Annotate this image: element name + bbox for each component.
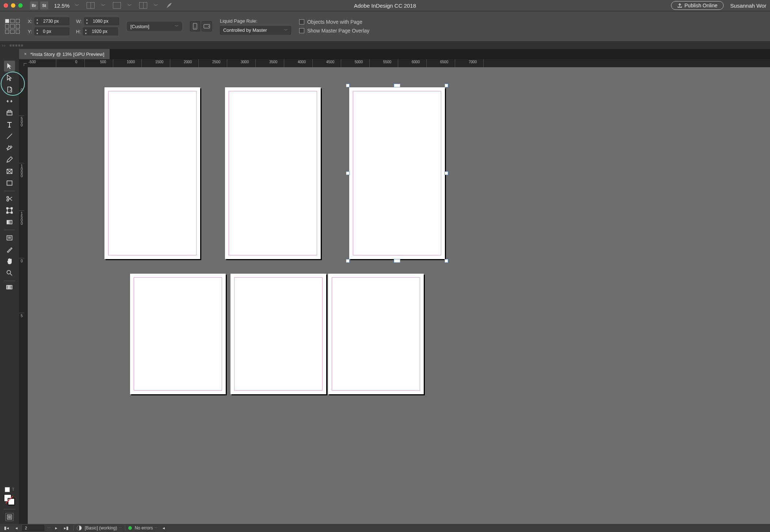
- ruler-tick: 4000: [284, 59, 313, 67]
- y-input[interactable]: [40, 27, 69, 35]
- preflight-status-icon[interactable]: [77, 525, 82, 531]
- zoom-tool[interactable]: [4, 267, 15, 278]
- rectangle-tool[interactable]: [4, 178, 15, 189]
- resize-handle-bl[interactable]: [346, 259, 350, 263]
- zoom-level[interactable]: 12.5%: [54, 3, 70, 9]
- preflight-profile-dropdown[interactable]: [Basic] (working) ﹀: [85, 525, 122, 531]
- publish-online-button[interactable]: Publish Online: [671, 1, 724, 10]
- orientation-portrait-button[interactable]: [190, 21, 200, 31]
- close-icon[interactable]: [4, 3, 8, 8]
- view-mode-button[interactable]: [5, 513, 14, 521]
- ruler-tick: 4500: [313, 59, 341, 67]
- zoom-dropdown-chevron-icon[interactable]: ﹀: [75, 3, 79, 9]
- w-stepper[interactable]: ▴▾: [84, 17, 119, 25]
- document-tab-bar: × *Insta Story @ 13% [GPU Preview]: [19, 49, 770, 59]
- page-number-input[interactable]: [22, 525, 44, 531]
- close-tab-icon[interactable]: ×: [24, 52, 27, 57]
- chevron-down-icon[interactable]: ﹀: [127, 3, 132, 9]
- chevron-down-icon[interactable]: ﹀: [154, 3, 158, 9]
- vertical-ruler[interactable]: 0 500 1000 1500 0 5: [19, 67, 28, 524]
- selection-tool[interactable]: [4, 61, 15, 72]
- w-input[interactable]: [90, 17, 119, 25]
- view-option-3-icon[interactable]: [139, 2, 147, 9]
- free-transform-tool[interactable]: [4, 205, 15, 216]
- view-option-2-icon[interactable]: [113, 2, 121, 9]
- content-collector-tool[interactable]: [4, 107, 15, 118]
- prev-page-button[interactable]: ◂: [14, 525, 19, 531]
- line-tool[interactable]: [4, 131, 15, 142]
- y-stepper[interactable]: ▴▾: [34, 27, 69, 35]
- first-page-button[interactable]: ▮◂: [2, 525, 11, 531]
- h-stepper[interactable]: ▴▾: [83, 27, 118, 35]
- rectangle-frame-tool[interactable]: [4, 166, 15, 177]
- swap-colors-label[interactable]: T: [12, 487, 15, 492]
- y-label: Y:: [28, 29, 32, 34]
- resize-handle-bc[interactable]: [394, 259, 400, 263]
- color-theme-tool[interactable]: [4, 283, 15, 291]
- note-tool[interactable]: [4, 232, 15, 243]
- resize-handle-tc[interactable]: [394, 84, 400, 87]
- view-option-1-icon[interactable]: [87, 2, 95, 9]
- no-errors-icon: [128, 526, 132, 530]
- canvas[interactable]: [28, 67, 770, 524]
- document-tab[interactable]: × *Insta Story @ 13% [GPU Preview]: [19, 49, 110, 59]
- page-spread-2[interactable]: [225, 87, 321, 259]
- bridge-button[interactable]: Br: [30, 1, 38, 10]
- pen-tool[interactable]: [4, 142, 15, 153]
- page-preset-dropdown[interactable]: [Custom] ﹀: [127, 22, 182, 31]
- chevron-down-icon[interactable]: ﹀: [101, 3, 106, 9]
- resize-handle-mr[interactable]: [445, 171, 448, 175]
- page-spread-5[interactable]: [230, 274, 326, 394]
- user-name[interactable]: Susannah Wor: [730, 3, 766, 9]
- svg-rect-10: [7, 208, 8, 209]
- gap-tool[interactable]: [4, 96, 15, 107]
- minimize-icon[interactable]: [11, 3, 15, 8]
- ruler-origin[interactable]: [19, 59, 28, 67]
- scroll-left-button[interactable]: ◂: [161, 525, 167, 531]
- gradient-swatch-tool[interactable]: [4, 217, 15, 228]
- next-page-button[interactable]: ▸: [53, 525, 59, 531]
- resize-handle-ml[interactable]: [346, 171, 350, 175]
- window-controls[interactable]: [4, 3, 27, 8]
- errors-dropdown[interactable]: No errors ﹀: [135, 525, 158, 531]
- x-input[interactable]: [40, 17, 69, 25]
- hand-tool[interactable]: [4, 256, 15, 267]
- feather-icon[interactable]: [165, 2, 173, 9]
- resize-handle-br[interactable]: [445, 259, 448, 263]
- svg-rect-14: [7, 220, 12, 224]
- x-stepper[interactable]: ▴▾: [34, 17, 69, 25]
- eyedropper-tool[interactable]: [4, 244, 15, 255]
- page-spread-1[interactable]: [104, 87, 200, 259]
- canvas-area[interactable]: -500 0 500 1000 1500 2000 2500 3000 3500…: [19, 59, 770, 524]
- direct-selection-tool[interactable]: [4, 72, 15, 83]
- ruler-tick: 7000: [455, 59, 484, 67]
- show-master-overlay-checkbox[interactable]: Show Master Page Overlay: [299, 28, 369, 34]
- liquid-page-rule-dropdown[interactable]: Controlled by Master ﹀: [220, 26, 291, 35]
- objects-move-checkbox[interactable]: Objects Move with Page: [299, 19, 369, 25]
- type-tool[interactable]: [4, 119, 15, 130]
- page-tool[interactable]: [4, 84, 15, 95]
- reference-point-grid[interactable]: [5, 19, 20, 34]
- page-dropdown-chevron-icon[interactable]: ﹀: [47, 526, 50, 531]
- ruler-tick: 2000: [170, 59, 199, 67]
- horizontal-ruler[interactable]: -500 0 500 1000 1500 2000 2500 3000 3500…: [28, 59, 770, 67]
- default-colors-icon[interactable]: [5, 487, 10, 492]
- scissors-tool[interactable]: [4, 193, 15, 204]
- page-spread-6[interactable]: [328, 274, 424, 394]
- h-input[interactable]: [89, 27, 118, 35]
- maximize-icon[interactable]: [18, 3, 23, 8]
- panel-collapse-handle[interactable]: ›› ≡≡≡≡≡: [0, 42, 770, 49]
- fill-stroke-control[interactable]: [4, 494, 15, 505]
- svg-point-16: [7, 270, 11, 274]
- resize-handle-tl[interactable]: [346, 84, 350, 87]
- ruler-tick: 5000: [341, 59, 370, 67]
- resize-handle-tr[interactable]: [445, 84, 448, 87]
- pencil-tool[interactable]: [4, 154, 15, 165]
- stock-button[interactable]: St: [40, 1, 48, 10]
- errors-label: No errors: [135, 525, 153, 531]
- show-master-overlay-label: Show Master Page Overlay: [307, 28, 369, 34]
- x-label: X:: [28, 19, 32, 24]
- last-page-button[interactable]: ▸▮: [62, 525, 70, 531]
- orientation-landscape-button[interactable]: [202, 21, 212, 31]
- page-spread-4[interactable]: [130, 274, 226, 394]
